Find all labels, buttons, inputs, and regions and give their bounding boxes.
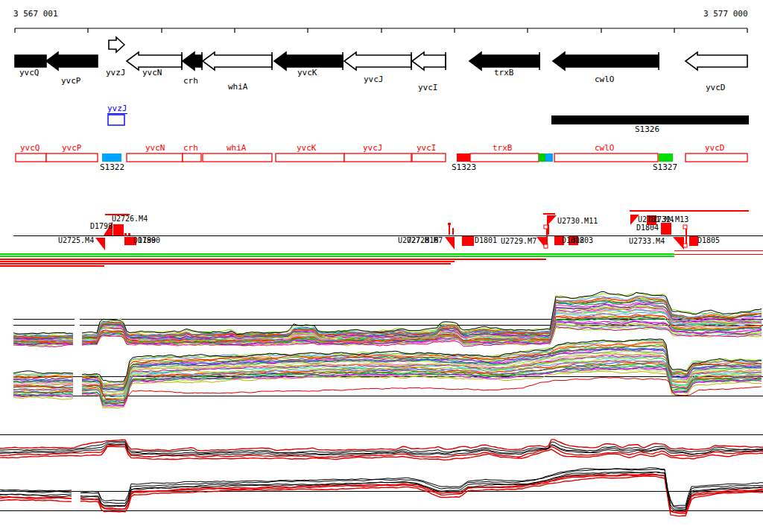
segment-label-cwlO[interactable]: cwlO [595, 144, 615, 152]
probe-label-D1803[interactable]: D1803 [571, 237, 593, 244]
probe-label-D1798[interactable]: D1798 [90, 223, 113, 230]
gene-label-yvcK: yvcK [297, 69, 317, 77]
probe-marker-28[interactable] [683, 244, 687, 247]
segment-box-yvcN[interactable] [127, 153, 183, 162]
probe-label-D1804[interactable]: D1804 [636, 224, 659, 232]
probe-marker-2[interactable] [113, 224, 124, 235]
segment-label-yvcQ[interactable]: yvcQ [20, 144, 40, 152]
alignment-line-0[interactable] [674, 250, 763, 251]
gene-label-yvcJ: yvcJ [364, 75, 384, 83]
probe-marker-6[interactable] [95, 238, 105, 250]
probe-marker-27[interactable] [683, 225, 687, 229]
segment-box-yvcQ[interactable] [16, 153, 46, 162]
segment-box-S1327[interactable] [659, 153, 673, 162]
alignment-line-5[interactable] [0, 261, 455, 262]
gene-label-yvcI: yvcI [418, 83, 438, 92]
gene-arrow-whiA[interactable] [203, 52, 272, 70]
gene-label-whiA: whiA [228, 83, 248, 91]
probe-label-U2732.M13[interactable]: U2732.M13 [648, 216, 688, 224]
probe-marker-15[interactable] [544, 244, 548, 248]
segment-box-yvcJ[interactable] [344, 153, 411, 162]
probe-marker-25[interactable] [673, 237, 684, 250]
segment-label-yvcI[interactable]: yvcI [417, 144, 437, 152]
gene-arrow-yvcQ[interactable] [15, 55, 46, 67]
gene-arrow-cwlO[interactable] [553, 52, 659, 70]
gene-label-crh: crh [183, 77, 198, 85]
segment-label-yvcJ[interactable]: yvcJ [363, 144, 383, 152]
segment-label-S1322[interactable]: S1322 [100, 163, 124, 171]
segment-label-yvcP[interactable]: yvcP [62, 144, 82, 152]
probe-label-U2726.M4[interactable]: U2726.M4 [112, 215, 148, 223]
segment-label-trxB[interactable]: trxB [493, 144, 513, 152]
feature-label-S1326: S1326 [635, 125, 659, 133]
feature-box-yvzJ[interactable] [108, 115, 124, 125]
segment-box-S1323[interactable] [457, 153, 470, 162]
probe-marker-17[interactable] [547, 215, 557, 226]
probe-marker-9[interactable] [448, 223, 451, 225]
segment-label-yvcN[interactable]: yvcN [145, 144, 165, 152]
segment-box-trxB[interactable] [470, 153, 539, 162]
alignment-line-4[interactable] [0, 259, 546, 260]
alignment-line-2[interactable] [674, 254, 763, 255]
gene-label-trxB: trxB [494, 69, 514, 77]
gene-label-yvcN: yvcN [142, 69, 162, 77]
gene-label-yvcD: yvcD [706, 83, 726, 92]
alignment-line-6[interactable] [0, 263, 451, 265]
gene-label-yvcQ: yvcQ [19, 69, 39, 77]
probe-label-U2729.M7[interactable]: U2729.M7 [501, 238, 536, 245]
segment-label-yvcD[interactable]: yvcD [705, 144, 725, 152]
gene-arrow-yvzJ[interactable] [109, 37, 124, 52]
probe-marker-7[interactable] [445, 237, 455, 250]
probe-marker-21[interactable] [630, 210, 749, 212]
gene-label-yvzJ: yvzJ [106, 69, 126, 77]
segment-box-yvcD[interactable] [686, 153, 747, 162]
alignment-line-1[interactable] [0, 253, 674, 255]
segment-label-yvcK[interactable]: yvcK [297, 144, 317, 152]
probe-label-U2728.M7[interactable]: U2728.M7 [407, 237, 443, 244]
expression-band-lower-line-29-0 [13, 397, 73, 399]
segment-box-yvcI[interactable] [412, 153, 446, 162]
segment-box-S1322[interactable] [102, 153, 121, 162]
probe-marker-16[interactable] [543, 213, 555, 215]
segment-label-S1323[interactable]: S1323 [452, 163, 476, 171]
probe-marker-11[interactable] [462, 236, 474, 246]
probe-label-D1801[interactable]: D1801 [475, 237, 497, 244]
segment-box-yvcK[interactable] [276, 153, 344, 162]
feature-label-yvzJ: yvzJ [107, 104, 127, 114]
gene-arrow-yvcD[interactable] [686, 52, 747, 70]
segment-box-seg-blue-2[interactable] [545, 153, 553, 162]
alignment-line-3[interactable] [0, 256, 674, 257]
probe-label-U2730.M11[interactable]: U2730.M11 [557, 218, 598, 225]
expression-band-lower-line-7-0 [13, 379, 73, 381]
feature-bar-S1326[interactable] [551, 115, 749, 124]
segment-label-crh[interactable]: crh [183, 144, 198, 152]
alignment-line-7[interactable] [0, 265, 104, 267]
gene-label-cwlO: cwlO [595, 75, 615, 83]
probe-label-D1800[interactable]: D1800 [138, 237, 160, 244]
segment-box-cwlO[interactable] [554, 153, 658, 162]
probe-label-U2733.M4[interactable]: U2733.M4 [629, 238, 665, 245]
probe-marker-18[interactable] [548, 224, 549, 235]
segment-label-S1327[interactable]: S1327 [653, 163, 677, 171]
ratio-band-bottom-line-6-0 [0, 500, 72, 501]
probe-marker-3[interactable] [124, 233, 127, 236]
probe-marker-14[interactable] [544, 225, 548, 229]
probe-marker-4[interactable] [128, 233, 130, 235]
segment-box-crh[interactable] [183, 153, 201, 162]
segment-label-whiA[interactable]: whiA [227, 144, 247, 152]
gene-label-yvcP: yvcP [61, 77, 81, 85]
genome-browser-view: 3 567 001 3 577 000 yvcQyvcPyvzJyvcNcrhw… [0, 0, 763, 532]
probe-marker-10[interactable] [452, 228, 454, 235]
gene-arrow-crh[interactable] [183, 52, 202, 70]
segment-box-whiA[interactable] [203, 153, 272, 162]
probe-label-D1805[interactable]: D1805 [697, 237, 720, 244]
probe-marker-8[interactable] [449, 224, 450, 235]
segment-box-yvcP[interactable] [46, 153, 98, 162]
probe-label-U2725.M4[interactable]: U2725.M4 [58, 237, 94, 244]
gene-arrow-yvcP[interactable] [46, 52, 98, 70]
expression-band-lower-line-26-1 [82, 367, 762, 405]
gene-arrow-yvcJ[interactable] [344, 52, 411, 70]
segment-box-seg-green-1[interactable] [539, 153, 545, 162]
gene-arrow-yvcI[interactable] [412, 52, 446, 70]
probe-marker-24[interactable] [661, 223, 671, 235]
